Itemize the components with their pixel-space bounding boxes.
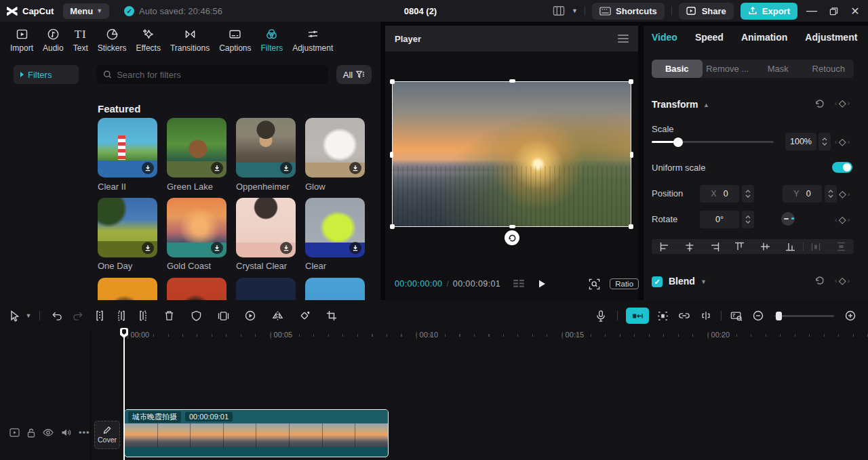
align-top-icon[interactable] — [727, 242, 752, 251]
preview-pages-icon[interactable] — [513, 279, 525, 289]
menu-button[interactable]: Menu ▼ — [63, 3, 109, 19]
uniform-scale-toggle[interactable] — [832, 162, 852, 173]
close-button[interactable]: ✕ — [848, 3, 863, 18]
speed-icon[interactable] — [239, 310, 261, 321]
filter-thumb-crystal-clear[interactable] — [236, 198, 296, 257]
align-center-horizontal-icon[interactable] — [677, 243, 702, 251]
tab-animation[interactable]: Animation — [741, 32, 787, 43]
filter-thumb-clear[interactable] — [305, 198, 365, 257]
position-keyframe[interactable]: ◇› — [839, 188, 850, 199]
freeze-frame-icon[interactable] — [212, 311, 234, 321]
distribute-horizontal-icon[interactable] — [804, 243, 829, 251]
position-x-field[interactable]: X0 — [700, 185, 739, 203]
filter-thumb-green-lake[interactable] — [167, 118, 226, 177]
rotate-handle[interactable] — [505, 230, 519, 245]
tab-effects[interactable]: Effects — [131, 26, 165, 54]
split-icon[interactable] — [89, 310, 111, 321]
tab-transitions[interactable]: Transitions — [165, 26, 214, 54]
blend-checkbox[interactable]: ✓ — [652, 276, 663, 287]
play-button[interactable] — [537, 279, 547, 289]
filter-all-button[interactable]: All — [336, 65, 372, 84]
resize-handle[interactable] — [390, 79, 395, 84]
select-tool-chevron-icon[interactable]: ▼ — [23, 312, 34, 319]
layout-icon[interactable] — [553, 5, 565, 16]
subtab-retouch[interactable]: Retouch — [804, 60, 854, 78]
position-x-stepper[interactable] — [742, 185, 754, 203]
record-voiceover-icon[interactable] — [590, 310, 612, 322]
tab-adjustment[interactable]: Adjustment — [288, 26, 338, 54]
rotate-stepper[interactable] — [742, 211, 754, 228]
undo-icon[interactable] — [45, 311, 67, 321]
cover-button[interactable]: Cover — [94, 421, 120, 449]
filter-thumb-glow[interactable] — [305, 118, 365, 177]
zoom-in-icon[interactable] — [840, 310, 861, 321]
subtab-mask[interactable]: Mask — [753, 60, 804, 78]
preview-quality-icon[interactable] — [589, 278, 600, 290]
resize-handle[interactable] — [629, 79, 633, 84]
tab-adjustment-inspector[interactable]: Adjustment — [805, 32, 857, 43]
zoom-slider-handle[interactable] — [776, 312, 782, 320]
select-tool-icon[interactable] — [5, 310, 23, 322]
restore-button[interactable] — [826, 3, 841, 18]
export-button[interactable]: Export — [741, 3, 797, 20]
lock-track-icon[interactable] — [27, 428, 35, 438]
position-y-stepper[interactable] — [825, 185, 837, 203]
rotate-keyframe[interactable]: ‹◇› — [835, 214, 850, 225]
position-y-field[interactable]: Y0 — [783, 185, 822, 203]
mask-icon[interactable] — [185, 310, 207, 321]
player-menu-icon[interactable] — [618, 35, 629, 43]
keyframe-diamond-icon[interactable]: ◇ — [839, 98, 846, 108]
tab-import[interactable]: Import — [5, 26, 38, 54]
video-preview[interactable] — [392, 81, 631, 227]
align-center-vertical-icon[interactable] — [753, 242, 778, 251]
keyframe-control[interactable]: ‹◇› — [835, 98, 850, 108]
align-bottom-icon[interactable] — [778, 242, 803, 251]
timeline-clip[interactable]: 城市晚霞拍摄 00:00:09:01 — [124, 409, 389, 457]
expand-icon[interactable]: ▼ — [701, 278, 707, 285]
search-input[interactable] — [117, 70, 321, 80]
resize-handle[interactable] — [509, 225, 515, 228]
scale-value-field[interactable]: 100% — [785, 133, 816, 150]
playhead-line[interactable] — [123, 328, 125, 460]
align-left-icon[interactable] — [652, 243, 677, 251]
filter-thumb-one-day[interactable] — [98, 198, 157, 257]
subtab-basic[interactable]: Basic — [652, 60, 703, 78]
reset-blend-icon[interactable] — [814, 275, 825, 286]
resize-handle[interactable] — [630, 152, 633, 158]
mirror-icon[interactable] — [267, 310, 288, 321]
distribute-vertical-icon[interactable] — [829, 242, 854, 251]
sidebar-item-filters[interactable]: Filters — [14, 65, 79, 84]
magnetic-timeline-icon[interactable] — [652, 311, 673, 321]
tab-audio[interactable]: Audio — [38, 26, 68, 54]
rotate-dial[interactable] — [781, 212, 795, 226]
scale-keyframe[interactable]: ‹◇› — [835, 136, 850, 147]
delete-left-icon[interactable] — [111, 310, 132, 321]
filter-thumb-oppenheimer[interactable] — [236, 118, 296, 177]
redo-icon[interactable] — [67, 311, 89, 321]
filter-thumb-clear-ii[interactable] — [98, 118, 157, 177]
resize-handle[interactable] — [509, 79, 515, 83]
zoom-out-icon[interactable] — [747, 310, 769, 321]
subtab-remove[interactable]: Remove ... — [703, 60, 753, 78]
shortcuts-button[interactable]: Shortcuts — [592, 3, 665, 20]
link-clips-icon[interactable] — [673, 312, 695, 320]
align-right-icon[interactable] — [702, 243, 727, 251]
tab-stickers[interactable]: Stickers — [93, 26, 132, 54]
minimize-button[interactable]: — — [804, 3, 819, 18]
unlink-clips-icon[interactable] — [695, 311, 717, 320]
auto-snap-toggle[interactable] — [626, 308, 649, 324]
tab-filters[interactable]: Filters — [256, 26, 288, 54]
rotate-value-field[interactable]: 0° — [700, 211, 739, 228]
mute-track-icon[interactable] — [61, 428, 71, 437]
preview-axis-icon[interactable] — [726, 311, 747, 321]
scale-stepper[interactable] — [818, 133, 831, 150]
collapse-icon[interactable]: ▲ — [703, 102, 709, 108]
tab-video[interactable]: Video — [652, 32, 677, 43]
reset-transform-icon[interactable] — [814, 98, 825, 109]
scale-slider-handle[interactable] — [673, 138, 683, 147]
delete-right-icon[interactable] — [132, 310, 154, 321]
timeline-zoom-slider[interactable] — [774, 315, 834, 317]
filter-thumb-gold-coast[interactable] — [167, 198, 226, 257]
blend-keyframe[interactable]: ‹◇› — [835, 275, 850, 286]
filters-search[interactable] — [96, 65, 328, 84]
